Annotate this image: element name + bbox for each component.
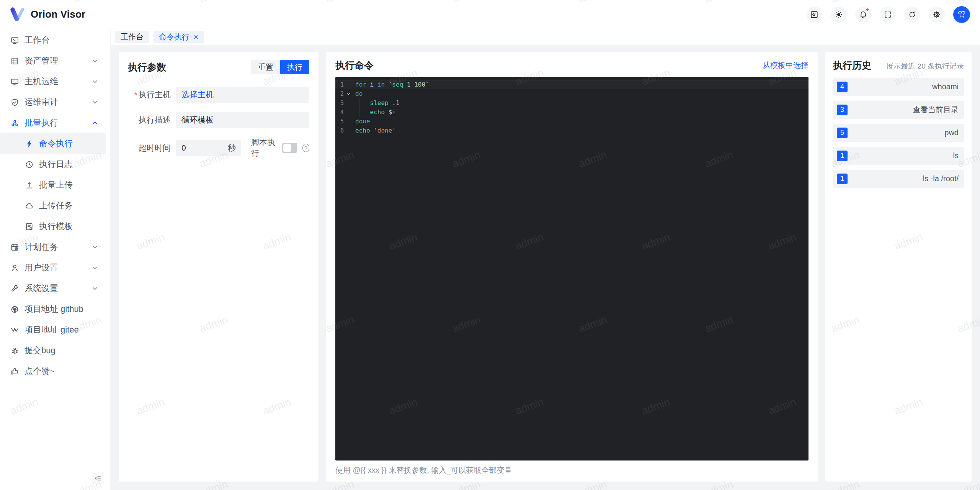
exec-params-panel: 执行参数 重置 执行 执行主机 选择主机 执行描述 循环模板 [119,52,318,482]
sidebar: 工作台资产管理主机运维运维审计批量执行命令执行执行日志批量上传上传任务执行模板计… [0,29,110,490]
execute-button[interactable]: 执行 [280,60,309,74]
line-number: 3 [335,98,344,108]
chevron-down-icon [92,79,98,84]
sidebar-item-system-settings[interactable]: 系统设置 [0,278,110,299]
exec-command-panel: 执行命令 从模板中选择 1for i in `seq 1 100`2do3 sl… [326,52,818,482]
sidebar-item-assets[interactable]: 资产管理 [0,51,110,71]
sidebar-item-label: 项目地址 github [24,303,83,315]
history-command: whoami [932,82,959,91]
help-icon[interactable]: ? [302,144,309,152]
line-number: 5 [335,117,344,126]
sidebar-item-label: 系统设置 [24,283,58,294]
desc-input-value: 循环模板 [181,115,214,125]
sidebar-collapse-button[interactable] [92,472,104,484]
sidebar-item-batch-upload[interactable]: 批量上传 [0,175,110,195]
code-line-5: 5done [335,117,808,126]
sidebar-item-like[interactable]: 点个赞~ [0,361,110,382]
sidebar-item-label: 计划任务 [24,241,58,253]
user-avatar[interactable]: 管 [953,6,970,23]
code-line-6: 6echo 'done' [335,126,808,135]
command-editor[interactable]: 1for i in `seq 1 100`2do3 sleep .14 echo… [335,77,808,461]
sidebar-item-command-exec[interactable]: 命令执行 [0,133,106,154]
timeout-input[interactable]: 0 秒 [176,140,241,156]
gitee-icon [10,325,19,334]
sidebar-item-batch-exec[interactable]: 批量执行 [0,113,110,133]
sidebar-item-bug[interactable]: 提交bug [0,340,110,361]
sidebar-item-host-ops[interactable]: 主机运维 [0,71,110,92]
timeout-input-value: 0 [181,143,186,152]
host-field-label: 执行主机 [128,89,171,100]
line-number: 6 [335,126,344,135]
exec-count-badge: 3 [837,105,848,115]
history-icon [24,160,34,169]
chevron-down-icon [92,286,98,291]
tab-workbench[interactable]: 工作台 [115,31,149,43]
params-panel-title: 执行参数 [128,61,166,74]
notification-dot [866,8,869,11]
sidebar-item-label: 项目地址 gitee [24,324,79,336]
sidebar-menu: 工作台资产管理主机运维运维审计批量执行命令执行执行日志批量上传上传任务执行模板计… [0,30,110,382]
host-select-value[interactable]: 选择主机 [181,89,214,100]
history-row[interactable]: 1ls -la /root/ [833,170,964,188]
history-row[interactable]: 1ls [833,147,964,165]
upload-icon [24,180,34,190]
tab-close-icon[interactable] [193,34,199,40]
sidebar-item-label: 资产管理 [24,55,58,67]
sidebar-item-user-settings[interactable]: 用户设置 [0,257,110,278]
timeout-unit: 秒 [228,143,236,153]
sidebar-item-exec-log[interactable]: 执行日志 [0,154,110,175]
sidebar-item-label: 批量执行 [24,117,58,129]
command-hint: 使用 @{{ xxx }} 来替换参数, 输入_可以获取全部变量 [335,465,808,475]
tab-label: 工作台 [121,32,144,42]
history-row[interactable]: 4whoami [833,78,964,96]
sidebar-item-github[interactable]: 项目地址 github [0,299,110,320]
sidebar-item-cron-tasks[interactable]: 计划任务 [0,237,110,257]
history-row[interactable]: 3查看当前目录 [833,101,964,119]
theme-button[interactable] [831,7,847,23]
app-header: Orion Visor 管 [0,0,980,29]
sidebar-item-label: 批量上传 [39,179,73,191]
exec-count-badge: 4 [837,82,848,92]
tab-label: 命令执行 [159,32,189,42]
host-select[interactable]: 选择主机 [176,87,309,103]
refresh-button[interactable] [904,7,920,23]
history-subtitle: 展示最近 20 条执行记录 [886,61,964,71]
code-line-1: 1for i in `seq 1 100` [335,80,808,89]
sidebar-item-workbench[interactable]: 工作台 [0,30,110,51]
sidebar-item-label: 上传任务 [39,200,73,211]
notifications-button[interactable] [855,7,871,23]
line-number: 4 [335,108,344,117]
sidebar-item-ops-audit[interactable]: 运维审计 [0,92,110,113]
chevron-up-icon [92,120,98,126]
cloud-icon [24,201,34,210]
bug-icon [10,346,19,355]
main-content: 执行参数 重置 执行 执行主机 选择主机 执行描述 循环模板 [110,45,980,490]
history-row[interactable]: 5pwd [833,124,964,142]
desc-input[interactable]: 循环模板 [176,112,309,128]
history-command: ls [953,151,959,160]
github-icon [10,305,19,314]
select-from-template-link[interactable]: 从模板中选择 [763,60,808,70]
sidebar-item-exec-template[interactable]: 执行模板 [0,216,110,237]
sidebar-item-label: 提交bug [24,345,56,356]
sidebar-item-upload-tasks[interactable]: 上传任务 [0,195,110,216]
script-exec-toggle[interactable] [282,143,297,153]
chevron-down-icon [92,58,98,64]
code-snippets-button[interactable] [806,7,822,23]
command-panel-title: 执行命令 [335,59,374,72]
fold-spacer [344,108,353,117]
reset-button[interactable]: 重置 [251,60,280,74]
fold-spacer [344,117,353,126]
history-command: ls -la /root/ [923,174,959,183]
sidebar-item-label: 执行模板 [39,221,73,232]
fullscreen-button[interactable] [880,7,896,23]
thumb-up-icon [10,367,19,376]
sidebar-item-gitee[interactable]: 项目地址 gitee [0,320,110,340]
settings-button[interactable] [929,7,945,23]
code-line-3: 3 sleep .1 [335,98,808,108]
server-icon [10,56,19,66]
sidebar-item-label: 命令执行 [39,138,73,149]
sidebar-item-label: 运维审计 [24,97,58,108]
fold-chevron-icon[interactable] [344,89,353,98]
tab-command-exec[interactable]: 命令执行 [154,31,204,43]
